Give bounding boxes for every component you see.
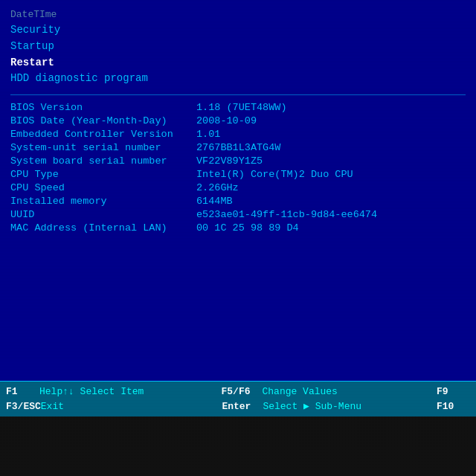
desc-exit: Exit — [41, 401, 215, 412]
desc-select: Select ▶ Sub-Menu — [263, 400, 437, 412]
info-value: 2008-10-09 — [189, 115, 466, 128]
table-row: System-unit serial number2767BB1L3ATG4W — [10, 141, 466, 155]
desc-help: Help↑↓ Select Item — [39, 386, 214, 397]
table-row: Installed memory6144MB — [10, 195, 466, 208]
info-label: BIOS Version — [10, 101, 189, 115]
info-label: MAC Address (Internal LAN) — [10, 222, 189, 235]
info-value: 00 1C 25 98 89 D4 — [189, 222, 466, 235]
table-row: MAC Address (Internal LAN)00 1C 25 98 89… — [10, 222, 466, 235]
info-table: BIOS Version1.18 (7UET48WW)BIOS Date (Ye… — [10, 101, 466, 235]
info-value: e523ae01-49ff-11cb-9d84-ee6474 — [189, 208, 466, 222]
status-row-1: F1 Help↑↓ Select Item F5/F6 Change Value… — [0, 385, 476, 399]
info-label: Installed memory — [10, 195, 189, 208]
info-label: Embedded Controller Version — [10, 128, 189, 141]
table-row: System board serial numberVF22V89Y1Z5 — [10, 155, 466, 168]
info-value: 1.18 (7UET48WW) — [189, 101, 466, 115]
table-row: CPU Speed2.26GHz — [10, 181, 466, 195]
nav-item-hdd[interactable]: HDD diagnostic program — [10, 71, 466, 87]
separator — [10, 94, 466, 95]
key-enter: Enter — [222, 401, 263, 412]
nav-menu: DateTIme Security Startup Restart HDD di… — [10, 7, 466, 87]
table-row: CPU TypeIntel(R) Core(TM)2 Duo CPU — [10, 168, 466, 181]
key-f9: F9 — [437, 386, 470, 397]
nav-item-datetime[interactable]: DateTIme — [10, 7, 466, 22]
info-label: CPU Type — [10, 168, 189, 181]
info-value: 2767BB1L3ATG4W — [189, 141, 466, 155]
info-value: Intel(R) Core(TM)2 Duo CPU — [189, 168, 466, 181]
main-area: DateTIme Security Startup Restart HDD di… — [0, 0, 476, 381]
bottom-strip — [0, 416, 476, 476]
info-label: UUID — [10, 208, 189, 222]
info-label: System board serial number — [10, 155, 189, 168]
table-row: BIOS Version1.18 (7UET48WW) — [10, 101, 466, 115]
info-value: 6144MB — [189, 195, 466, 208]
bios-screen: DateTIme Security Startup Restart HDD di… — [0, 0, 476, 476]
status-row-2: F3/ESC Exit Enter Select ▶ Sub-Menu F10 — [0, 399, 476, 414]
nav-item-security[interactable]: Security — [10, 22, 466, 39]
info-label: System-unit serial number — [10, 141, 189, 155]
key-f10: F10 — [437, 401, 470, 412]
nav-item-restart[interactable]: Restart — [10, 55, 466, 71]
nav-item-startup[interactable]: Startup — [10, 39, 466, 55]
info-value: 2.26GHz — [189, 181, 466, 195]
desc-change: Change Values — [263, 386, 437, 397]
table-row: Embedded Controller Version1.01 — [10, 128, 466, 141]
info-label: BIOS Date (Year-Month-Day) — [10, 115, 189, 128]
info-label: CPU Speed — [10, 181, 189, 195]
table-row: BIOS Date (Year-Month-Day)2008-10-09 — [10, 115, 466, 128]
info-value: 1.01 — [189, 128, 466, 141]
key-f3esc: F3/ESC — [6, 401, 41, 412]
info-value: VF22V89Y1Z5 — [189, 155, 466, 168]
key-f5f6: F5/F6 — [222, 386, 263, 397]
key-f1: F1 — [6, 386, 39, 397]
table-row: UUIDe523ae01-49ff-11cb-9d84-ee6474 — [10, 208, 466, 222]
status-bar: F1 Help↑↓ Select Item F5/F6 Change Value… — [0, 381, 476, 416]
